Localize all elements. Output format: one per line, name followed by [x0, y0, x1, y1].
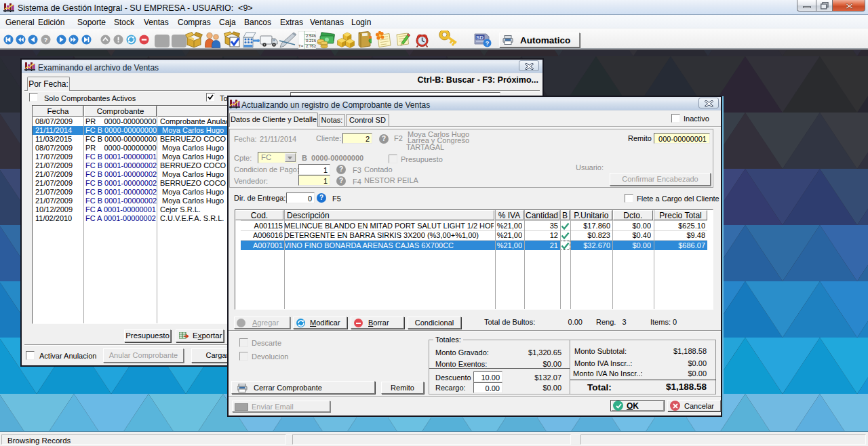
svg-text:0.216: 0.216 — [306, 39, 316, 43]
svg-text:?: ? — [44, 37, 48, 43]
svg-text:?: ? — [486, 40, 490, 47]
svg-text:2.546: 2.546 — [306, 34, 316, 38]
svg-text:2.762: 2.762 — [306, 44, 316, 48]
svg-text:T=: T= — [298, 44, 304, 48]
